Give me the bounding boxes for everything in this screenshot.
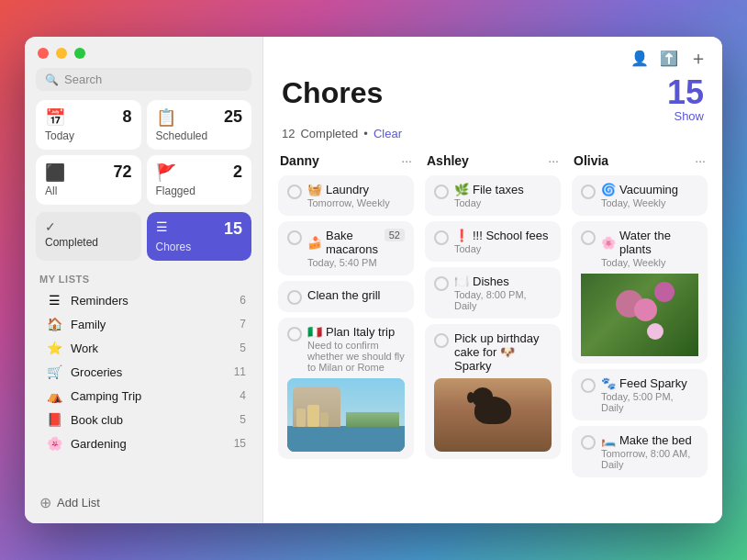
task-check-bed[interactable] [581,435,596,450]
board-ashley: Ashley ··· 🌿 File taxes Today [419,150,566,523]
task-grill-body: Clean the grill [307,288,405,302]
add-list-button[interactable]: ⊕ Add List [25,489,262,516]
danny-more-icon[interactable]: ··· [401,153,412,168]
task-bed[interactable]: 🛏️ Make the bed Tomorrow, 8:00 AM, Daily [572,426,708,477]
task-check-sparky[interactable] [581,378,596,393]
family-name: Family [71,318,232,331]
task-cake[interactable]: Pick up birthday cake for 🐶 Sparky [425,324,561,459]
chores-item[interactable]: ☰ 15 Chores [147,212,252,261]
task-taxes-body: 🌿 File taxes Today [454,183,552,208]
all-icon: ⬛ [45,162,65,183]
task-check-laundry[interactable] [287,185,302,199]
task-taxes-title: 🌿 File taxes [454,183,552,196]
person-icon[interactable]: 👤 [630,50,649,67]
completed-item[interactable]: ✓ Completed [36,212,141,261]
camping-count: 4 [240,389,246,402]
task-laundry[interactable]: 🧺 Laundry Tomorrow, Weekly [278,175,414,216]
maximize-button[interactable] [74,48,85,59]
task-school[interactable]: ❗ !!! School fees Today [425,221,561,262]
count-container: 15 Show [667,76,704,123]
chores-count: 15 [224,219,242,239]
scheduled-label: Scheduled [156,129,243,142]
vacuum-emoji: 🌀 [601,183,616,196]
close-button[interactable] [38,48,49,59]
task-check-italy[interactable] [287,327,302,342]
task-sparky[interactable]: 🐾 Feed Sparky Today, 5:00 PM, Daily [572,369,708,420]
sidebar-item-reminders[interactable]: ☰ Reminders 6 [30,288,257,312]
task-bake-body: 🍰 Bake macarons Today, 5:40 PM [307,229,379,268]
task-vacuum[interactable]: 🌀 Vacuuming Today, Weekly [572,175,708,216]
today-label: Today [45,129,132,142]
completed-chores-row: ✓ Completed ☰ 15 Chores [25,212,262,268]
task-check-grill[interactable] [287,290,302,305]
completed-text: Completed [300,127,358,140]
sidebar: 🔍 Search 📅 8 Today 📋 25 Scheduled [25,37,263,523]
smart-item-today[interactable]: 📅 8 Today [36,100,141,150]
sidebar-item-gardening[interactable]: 🌸 Gardening 15 [30,431,257,455]
sidebar-item-groceries[interactable]: 🛒 Groceries 11 [30,360,257,384]
clear-button[interactable]: Clear [374,127,402,140]
bookclub-count: 5 [240,413,246,426]
olivia-tasks: 🌀 Vacuuming Today, Weekly [572,175,708,477]
scheduled-count: 25 [224,107,242,127]
bake-badge: 52 [385,229,405,241]
ashley-more-icon[interactable]: ··· [548,153,559,168]
completed-label: Completed [45,236,132,249]
smart-item-flagged[interactable]: 🚩 2 Flagged [147,155,252,205]
dog-head [473,387,493,406]
olivia-title: Olivia [574,153,608,168]
dog-scene [434,378,552,452]
flower4 [647,323,663,340]
task-dishes[interactable]: 🍽️ Dishes Today, 8:00 PM, Daily [425,267,561,319]
task-dishes-body: 🍽️ Dishes Today, 8:00 PM, Daily [454,274,552,311]
task-check-bake[interactable] [287,230,302,245]
task-italy[interactable]: 🇮🇹 Plan Italy trip Need to confirm wheth… [278,318,414,459]
task-sparky-title: 🐾 Feed Sparky [601,376,698,390]
smart-item-scheduled[interactable]: 📋 25 Scheduled [147,100,252,150]
today-count: 8 [122,107,131,127]
task-bed-body: 🛏️ Make the bed Tomorrow, 8:00 AM, Daily [601,433,698,470]
reminders-name: Reminders [71,294,232,308]
sidebar-item-family[interactable]: 🏠 Family 7 [30,312,257,336]
sidebar-item-camping[interactable]: ⛺ Camping Trip 4 [30,384,257,408]
smart-item-all[interactable]: ⬛ 72 All [36,155,141,205]
groceries-icon: 🛒 [45,364,63,379]
dog-ear [467,392,474,403]
task-vacuum-body: 🌀 Vacuuming Today, Weekly [601,183,698,208]
camping-name: Camping Trip [71,389,232,403]
task-check-cake[interactable] [434,333,449,348]
danny-title: Danny [280,153,319,168]
sidebar-item-work[interactable]: ⭐ Work 5 [30,336,257,360]
add-list-icon: ⊕ [39,494,51,511]
show-button[interactable]: Show [667,109,704,123]
task-check-vacuum[interactable] [581,185,596,199]
italy-greenery [346,412,399,427]
task-plants[interactable]: 🌸 Water the plants Today, Weekly [572,221,708,364]
task-plants-title: 🌸 Water the plants [601,229,698,256]
flower2 [634,298,657,321]
gardening-icon: 🌸 [45,436,63,451]
task-clean-grill[interactable]: Clean the grill [278,281,414,312]
bookclub-icon: 📕 [45,412,63,427]
add-task-button[interactable]: ＋ [689,46,708,71]
my-lists-label: My Lists [25,268,262,288]
task-taxes[interactable]: 🌿 File taxes Today [425,175,561,216]
task-cake-body: Pick up birthday cake for 🐶 Sparky [454,331,552,373]
task-bake[interactable]: 🍰 Bake macarons Today, 5:40 PM 52 [278,221,414,275]
olivia-more-icon[interactable]: ··· [695,153,706,168]
board-ashley-header: Ashley ··· [425,150,561,175]
task-check-school[interactable] [434,230,449,245]
search-box[interactable]: 🔍 Search [36,68,251,91]
italy-emoji: 🇮🇹 [307,325,322,339]
minimize-button[interactable] [56,48,67,59]
plants-emoji: 🌸 [601,236,616,250]
share-icon[interactable]: ⬆️ [660,50,678,67]
task-school-body: ❗ !!! School fees Today [454,229,552,254]
main-header: Chores 15 Show [263,74,722,127]
task-check-dishes[interactable] [434,276,449,291]
laundry-sub: Tomorrow, Weekly [307,197,405,208]
sidebar-item-bookclub[interactable]: 📕 Book club 5 [30,408,257,431]
task-check-plants[interactable] [581,230,596,245]
plants-sub: Today, Weekly [601,257,698,268]
task-check-taxes[interactable] [434,185,449,199]
